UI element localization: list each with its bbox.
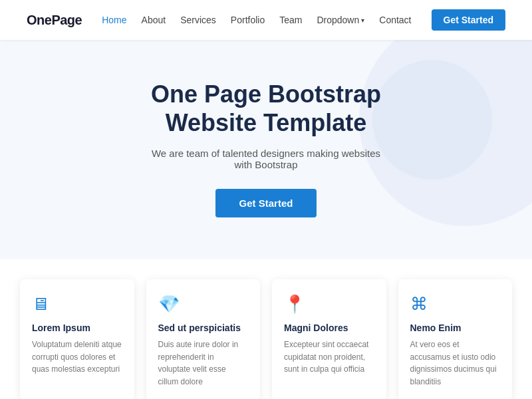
card-text-0: Voluptatum deleniti atque corrupti quos … (32, 338, 122, 376)
feature-card-0: 🖥 Lorem Ipsum Voluptatum deleniti atque … (20, 279, 134, 399)
card-icon-0: 🖥 (32, 294, 122, 315)
card-icon-3: ⌘ (410, 294, 501, 315)
card-title-3: Nemo Enim (410, 323, 501, 333)
nav-links: Home About Services Portfolio Team Dropd… (102, 15, 411, 25)
feature-card-1: 💎 Sed ut perspiciatis Duis aute irure do… (146, 279, 261, 399)
nav-about[interactable]: About (142, 15, 166, 25)
brand-logo[interactable]: OnePage (27, 13, 82, 28)
card-icon-1: 💎 (158, 294, 249, 315)
nav-portfolio[interactable]: Portfolio (231, 15, 265, 25)
card-text-2: Excepteur sint occaecat cupidatat non pr… (284, 338, 374, 376)
card-text-3: At vero eos et accusamus et iusto odio d… (410, 338, 501, 388)
feature-card-2: 📍 Magni Dolores Excepteur sint occaecat … (272, 279, 386, 399)
cards-section: 🖥 Lorem Ipsum Voluptatum deleniti atque … (0, 259, 532, 399)
nav-dropdown[interactable]: Dropdown (317, 15, 364, 25)
card-text-1: Duis aute irure dolor in reprehenderit i… (158, 338, 249, 388)
navbar: OnePage Home About Services Portfolio Te… (0, 0, 532, 40)
nav-cta-button[interactable]: Get Started (432, 9, 505, 31)
hero-subtext: We are team of talented designers making… (146, 148, 386, 170)
card-title-0: Lorem Ipsum (32, 323, 122, 333)
nav-team[interactable]: Team (279, 15, 302, 25)
nav-home[interactable]: Home (102, 15, 126, 25)
nav-contact[interactable]: Contact (379, 15, 411, 25)
card-title-2: Magni Dolores (284, 323, 374, 333)
feature-card-3: ⌘ Nemo Enim At vero eos et accusamus et … (398, 279, 513, 399)
hero-content: One Page Bootstrap Website Template We a… (27, 80, 505, 217)
card-title-1: Sed ut perspiciatis (158, 323, 249, 333)
nav-services[interactable]: Services (180, 15, 216, 25)
hero-heading: One Page Bootstrap Website Template (100, 80, 432, 137)
card-icon-2: 📍 (284, 294, 374, 315)
hero-cta-button[interactable]: Get Started (215, 189, 317, 217)
hero-section: One Page Bootstrap Website Template We a… (0, 40, 532, 259)
